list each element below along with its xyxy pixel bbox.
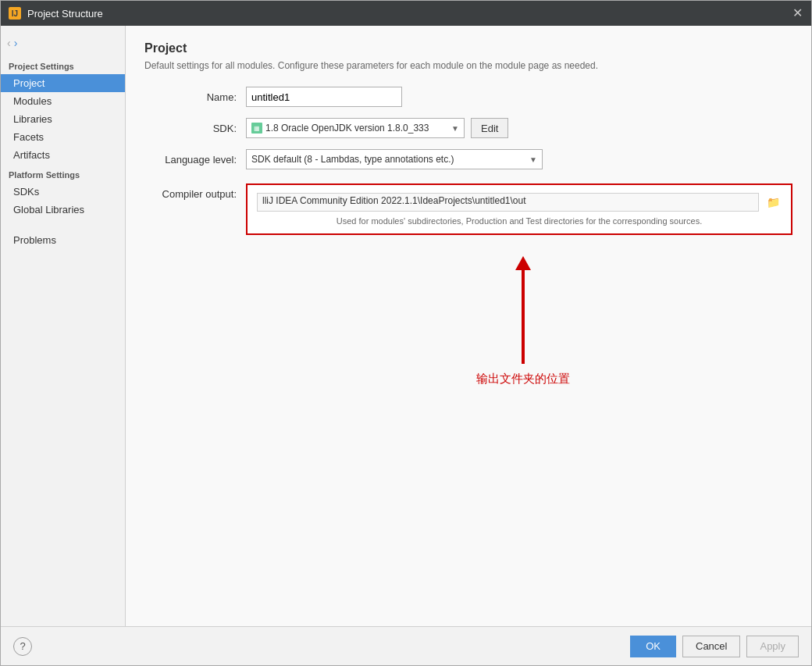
help-button[interactable]: ? bbox=[13, 637, 32, 656]
annotation-text: 输出文件夹的位置 bbox=[476, 372, 570, 386]
sidebar-item-problems[interactable]: Problems bbox=[1, 231, 125, 249]
sdk-row: SDK: ▦ 1.8 Oracle OpenJDK version 1.8.0_… bbox=[144, 118, 792, 138]
main-area: ‹ › Project Settings Project Modules Lib… bbox=[1, 26, 811, 626]
sdk-controls: ▦ 1.8 Oracle OpenJDK version 1.8.0_333 ▼… bbox=[246, 118, 508, 138]
app-icon: IJ bbox=[9, 7, 21, 20]
bottom-bar: ? OK Cancel Apply bbox=[1, 626, 811, 665]
dialog-title: Project Structure bbox=[27, 8, 103, 20]
sidebar: ‹ › Project Settings Project Modules Lib… bbox=[1, 26, 126, 626]
project-structure-dialog: IJ Project Structure ✕ ‹ › Project Setti… bbox=[0, 0, 812, 666]
compiler-output-path: lliJ IDEA Community Edition 2022.1.1\Ide… bbox=[257, 193, 759, 212]
sidebar-item-sdks[interactable]: SDKs bbox=[1, 183, 125, 201]
name-label: Name: bbox=[144, 91, 246, 103]
page-subtitle: Default settings for all modules. Config… bbox=[144, 60, 792, 71]
compiler-output-label: Compiler output: bbox=[144, 180, 246, 200]
compiler-output-box: lliJ IDEA Community Edition 2022.1.1\Ide… bbox=[246, 183, 792, 235]
sdk-edit-button[interactable]: Edit bbox=[471, 118, 508, 138]
compiler-output-input-row: lliJ IDEA Community Edition 2022.1.1\Ide… bbox=[257, 193, 782, 212]
language-level-row: Language level: SDK default (8 - Lambdas… bbox=[144, 149, 792, 169]
sidebar-item-facets[interactable]: Facets bbox=[1, 128, 125, 146]
platform-settings-label: Platform Settings bbox=[1, 164, 125, 183]
nav-back-bar: ‹ › bbox=[1, 34, 125, 55]
sidebar-item-project[interactable]: Project bbox=[1, 74, 125, 92]
compiler-output-row: Compiler output: lliJ IDEA Community Edi… bbox=[144, 180, 792, 235]
sidebar-item-libraries[interactable]: Libraries bbox=[1, 110, 125, 128]
forward-button[interactable]: › bbox=[14, 37, 18, 49]
name-row: Name: bbox=[144, 87, 792, 107]
project-settings-label: Project Settings bbox=[1, 55, 125, 74]
language-level-label: Language level: bbox=[144, 154, 246, 166]
back-button[interactable]: ‹ bbox=[7, 37, 11, 49]
sdk-dropdown[interactable]: ▦ 1.8 Oracle OpenJDK version 1.8.0_333 ▼ bbox=[246, 118, 465, 138]
page-title: Project bbox=[144, 41, 792, 55]
close-button[interactable]: ✕ bbox=[791, 7, 803, 20]
browse-folder-button[interactable]: 📁 bbox=[765, 194, 782, 210]
sidebar-item-global-libraries[interactable]: Global Libraries bbox=[1, 201, 125, 219]
ok-button[interactable]: OK bbox=[630, 636, 676, 657]
apply-button[interactable]: Apply bbox=[746, 636, 799, 657]
arrow-head bbox=[515, 256, 531, 270]
language-level-dropdown[interactable]: SDK default (8 - Lambdas, type annotatio… bbox=[246, 149, 543, 169]
sdk-icon: ▦ bbox=[251, 123, 262, 134]
sidebar-item-modules[interactable]: Modules bbox=[1, 92, 125, 110]
cancel-button[interactable]: Cancel bbox=[682, 636, 740, 657]
sdk-dropdown-arrow: ▼ bbox=[451, 124, 459, 133]
sdk-label: SDK: bbox=[144, 123, 246, 134]
bottom-right-buttons: OK Cancel Apply bbox=[630, 636, 799, 657]
annotation-container: 输出文件夹的位置 bbox=[476, 256, 570, 386]
name-input[interactable] bbox=[246, 87, 402, 107]
title-bar: IJ Project Structure ✕ bbox=[1, 1, 811, 26]
sdk-value-text: 1.8 Oracle OpenJDK version 1.8.0_333 bbox=[265, 123, 448, 134]
arrow-shaft bbox=[522, 270, 525, 364]
compiler-output-note: Used for modules' subdirectories, Produc… bbox=[257, 216, 782, 226]
content-area: Project Default settings for all modules… bbox=[126, 26, 811, 626]
language-level-value: SDK default (8 - Lambdas, type annotatio… bbox=[251, 154, 526, 165]
title-bar-left: IJ Project Structure bbox=[9, 7, 103, 20]
language-level-arrow: ▼ bbox=[529, 155, 537, 164]
sidebar-item-artifacts[interactable]: Artifacts bbox=[1, 146, 125, 164]
